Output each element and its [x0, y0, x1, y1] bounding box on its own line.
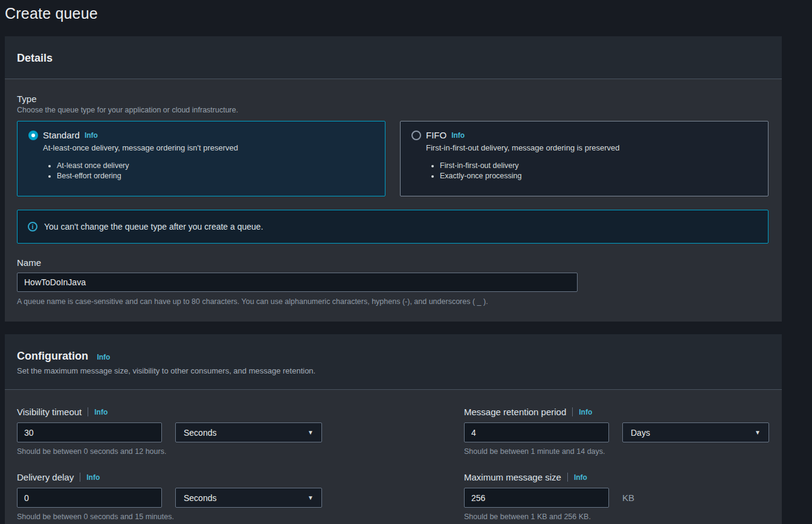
queue-type-card-standard[interactable]: Standard Info At-least-once delivery, me… — [17, 121, 385, 196]
delivery-delay-field: Delivery delay Info Seconds ▼ Should be … — [17, 472, 464, 521]
message-retention-field: Message retention period Info Days ▼ Sho… — [464, 407, 769, 456]
name-help-text: A queue name is case-sensitive and can h… — [17, 297, 768, 306]
fifo-bullets: First-in-first-out delivery Exactly-once… — [428, 161, 757, 180]
visibility-timeout-help: Should be between 0 seconds and 12 hours… — [17, 447, 464, 456]
fifo-description: First-in-first-out delivery, message ord… — [426, 143, 757, 152]
type-description: Choose the queue type for your applicati… — [17, 106, 768, 114]
label-separator — [88, 407, 88, 416]
max-message-size-field: Maximum message size Info KB Should be b… — [464, 472, 769, 521]
standard-description: At-least-once delivery, message ordering… — [43, 143, 374, 152]
visibility-timeout-unit-value: Seconds — [184, 428, 216, 438]
details-panel: Details Type Choose the queue type for y… — [5, 36, 782, 322]
name-field-block: Name A queue name is case-sensitive and … — [17, 257, 768, 306]
message-retention-input[interactable] — [464, 422, 609, 442]
message-retention-info-link[interactable]: Info — [579, 408, 592, 416]
message-retention-label: Message retention period — [464, 407, 566, 417]
visibility-timeout-unit-select[interactable]: Seconds ▼ — [175, 422, 322, 442]
standard-radio-icon[interactable] — [28, 131, 38, 140]
queue-type-options: Standard Info At-least-once delivery, me… — [17, 121, 768, 196]
queue-type-info-alert: i You can't change the queue type after … — [17, 210, 768, 244]
delivery-delay-info-link[interactable]: Info — [86, 473, 100, 482]
configuration-description: Set the maximum message size, visibility… — [17, 366, 770, 375]
type-label: Type — [17, 94, 768, 104]
delivery-delay-label: Delivery delay — [17, 472, 74, 482]
queue-type-card-fifo[interactable]: FIFO Info First-in-first-out delivery, m… — [400, 121, 768, 196]
page-title: Create queue — [0, 0, 812, 22]
standard-info-link[interactable]: Info — [85, 131, 98, 140]
label-separator — [567, 473, 568, 482]
alert-text: You can't change the queue type after yo… — [44, 222, 263, 231]
visibility-timeout-input[interactable] — [17, 422, 162, 442]
max-message-size-label: Maximum message size — [464, 472, 561, 482]
info-circle-icon: i — [28, 222, 37, 231]
chevron-down-icon: ▼ — [308, 494, 314, 501]
label-separator — [80, 473, 80, 482]
name-label: Name — [17, 257, 768, 268]
details-panel-body: Type Choose the queue type for your appl… — [5, 79, 782, 322]
fifo-label: FIFO — [426, 130, 446, 140]
message-retention-unit-value: Days — [631, 428, 650, 438]
fifo-bullet: First-in-first-out delivery — [440, 161, 757, 170]
delivery-delay-input[interactable] — [17, 488, 162, 508]
visibility-timeout-label: Visibility timeout — [17, 407, 82, 417]
standard-bullet: Best-effort ordering — [57, 172, 374, 180]
configuration-heading: Configuration — [17, 350, 88, 362]
details-heading: Details — [17, 52, 53, 64]
visibility-timeout-info-link[interactable]: Info — [94, 408, 108, 416]
queue-name-input[interactable] — [17, 273, 578, 292]
chevron-down-icon: ▼ — [308, 429, 314, 436]
delivery-delay-unit-value: Seconds — [184, 493, 216, 503]
chevron-down-icon: ▼ — [755, 429, 761, 436]
message-retention-unit-select[interactable]: Days ▼ — [622, 422, 769, 442]
max-message-size-unit: KB — [622, 493, 634, 503]
configuration-panel-body: Visibility timeout Info Seconds ▼ Should… — [5, 390, 782, 524]
configuration-panel-header: Configuration Info Set the maximum messa… — [5, 334, 782, 390]
delivery-delay-unit-select[interactable]: Seconds ▼ — [175, 488, 322, 508]
standard-label: Standard — [43, 130, 80, 140]
label-separator — [572, 407, 573, 416]
fifo-radio-icon[interactable] — [411, 131, 421, 140]
standard-bullet: At-least once delivery — [57, 161, 374, 170]
configuration-panel: Configuration Info Set the maximum messa… — [5, 334, 782, 524]
message-retention-help: Should be between 1 minute and 14 days. — [464, 447, 769, 456]
visibility-timeout-field: Visibility timeout Info Seconds ▼ Should… — [17, 407, 464, 456]
configuration-info-link[interactable]: Info — [97, 353, 110, 361]
standard-bullets: At-least once delivery Best-effort order… — [45, 161, 374, 180]
details-panel-header: Details — [5, 36, 782, 79]
max-message-size-input[interactable] — [464, 488, 609, 508]
configuration-fields: Visibility timeout Info Seconds ▼ Should… — [17, 407, 768, 521]
fifo-info-link[interactable]: Info — [451, 131, 465, 140]
max-message-size-help: Should be between 1 KB and 256 KB. — [464, 513, 769, 521]
delivery-delay-help: Should be between 0 seconds and 15 minut… — [17, 513, 464, 521]
fifo-bullet: Exactly-once processing — [440, 172, 757, 180]
max-message-size-info-link[interactable]: Info — [574, 473, 587, 482]
